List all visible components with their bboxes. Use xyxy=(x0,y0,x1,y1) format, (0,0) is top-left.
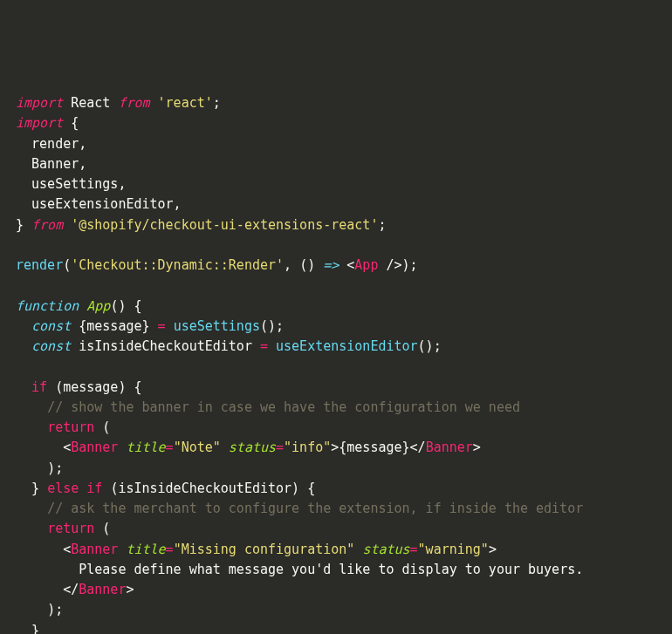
attr-name: title xyxy=(126,440,165,455)
comment: // ask the merchant to configure the ext… xyxy=(47,501,583,516)
code-line: ); xyxy=(16,460,63,476)
identifier: React xyxy=(71,95,110,111)
brace: { xyxy=(134,379,141,395)
code-line: } else if (isInsideCheckoutEditor) { xyxy=(16,481,315,496)
brace: { xyxy=(339,440,346,455)
string-literal: 'Checkout::Dynamic::Render' xyxy=(71,257,284,273)
keyword-const: const xyxy=(31,318,71,334)
code-line: import { xyxy=(16,115,79,131)
keyword-else: else xyxy=(47,481,79,496)
code-line: Please define what message you'd like to… xyxy=(16,562,583,577)
punct: > xyxy=(126,582,134,597)
punct: > xyxy=(473,440,481,455)
fn-call: useSettings xyxy=(174,318,260,334)
jsx-tag: Banner xyxy=(71,440,118,455)
fn-call: render xyxy=(16,257,63,273)
punct: (); xyxy=(260,318,284,334)
brace: } xyxy=(16,217,24,233)
string-literal: "Missing configuration" xyxy=(174,542,355,557)
punct: ( xyxy=(299,257,307,273)
code-line: <Banner title="Missing configuration" st… xyxy=(16,542,497,557)
punct: ) xyxy=(118,298,126,314)
arrow: => xyxy=(323,257,339,273)
code-line: } xyxy=(16,623,39,635)
punct: , xyxy=(284,257,291,273)
code-line: // ask the merchant to configure the ext… xyxy=(16,501,583,516)
identifier: message xyxy=(346,440,401,455)
string-literal: "warning" xyxy=(418,542,489,557)
fn-decl: App xyxy=(86,298,110,314)
brace: } xyxy=(31,481,39,496)
punct: < xyxy=(63,440,71,455)
punct: ; xyxy=(410,257,418,273)
identifier: isInsideCheckoutEditor xyxy=(118,481,291,496)
punct: </ xyxy=(63,582,79,597)
brace: { xyxy=(71,115,79,131)
keyword-const: const xyxy=(31,338,71,354)
punct: ); xyxy=(47,602,63,617)
operator: = xyxy=(260,338,268,354)
punct: < xyxy=(63,542,71,557)
keyword-if: if xyxy=(31,379,47,395)
identifier: useSettings, xyxy=(31,176,126,192)
brace: { xyxy=(79,318,86,334)
keyword-import: import xyxy=(16,95,63,111)
operator: = xyxy=(166,542,174,557)
punct: (); xyxy=(418,338,442,354)
identifier: useExtensionEditor, xyxy=(31,196,182,212)
string-literal: "info" xyxy=(284,440,331,455)
attr-name: title xyxy=(126,542,165,557)
punct: < xyxy=(346,257,354,273)
code-line: render, xyxy=(16,136,86,152)
operator: = xyxy=(166,440,174,455)
attr-name: status xyxy=(229,440,276,455)
keyword-return: return xyxy=(47,419,94,435)
punct: </ xyxy=(410,440,426,455)
code-line: const isInsideCheckoutEditor = useExtens… xyxy=(16,338,442,354)
punct: ( xyxy=(63,257,71,273)
punct: ) xyxy=(118,379,126,395)
keyword-from: from xyxy=(31,217,63,233)
keyword-if: if xyxy=(86,481,102,496)
code-line: useExtensionEditor, xyxy=(16,196,182,212)
punct: ; xyxy=(213,95,221,111)
punct: ( xyxy=(102,419,110,435)
brace: { xyxy=(134,298,141,314)
code-line: function App() { xyxy=(16,298,142,314)
identifier: message xyxy=(63,379,118,395)
comment: // show the banner in case we have the c… xyxy=(47,399,520,415)
code-line: return ( xyxy=(16,521,110,536)
identifier: Banner, xyxy=(31,156,86,172)
code-line: return ( xyxy=(16,419,110,435)
string-literal: '@shopify/checkout-ui-extensions-react' xyxy=(71,217,378,233)
keyword-function: function xyxy=(16,298,79,314)
keyword-import: import xyxy=(16,115,63,131)
code-line: </Banner> xyxy=(16,582,134,597)
punct: > xyxy=(331,440,339,455)
identifier: message xyxy=(86,318,141,334)
code-line: if (message) { xyxy=(16,379,142,395)
code-line: <Banner title="Note" status="info">{mess… xyxy=(16,440,481,455)
string-literal: 'react' xyxy=(158,95,213,111)
punct: ); xyxy=(47,460,63,476)
code-line: render('Checkout::Dynamic::Render', () =… xyxy=(16,257,418,273)
brace: } xyxy=(31,623,39,635)
code-line: Banner, xyxy=(16,156,86,172)
operator: = xyxy=(158,318,166,334)
keyword-return: return xyxy=(47,521,94,536)
punct: ) xyxy=(307,257,315,273)
code-line: useSettings, xyxy=(16,176,126,192)
jsx-text: Please define what message you'd like to… xyxy=(79,562,583,577)
code-block: import React from 'react'; import { rend… xyxy=(16,93,656,634)
keyword-from: from xyxy=(118,95,149,111)
brace: { xyxy=(307,481,315,496)
code-line: const {message} = useSettings(); xyxy=(16,318,284,334)
jsx-tag: Banner xyxy=(79,582,126,597)
fn-call: useExtensionEditor xyxy=(276,338,418,354)
punct: ; xyxy=(378,217,386,233)
operator: = xyxy=(410,542,418,557)
code-line: ); xyxy=(16,602,63,617)
identifier: render, xyxy=(31,136,86,152)
string-literal: "Note" xyxy=(174,440,221,455)
code-line: } from '@shopify/checkout-ui-extensions-… xyxy=(16,217,386,233)
